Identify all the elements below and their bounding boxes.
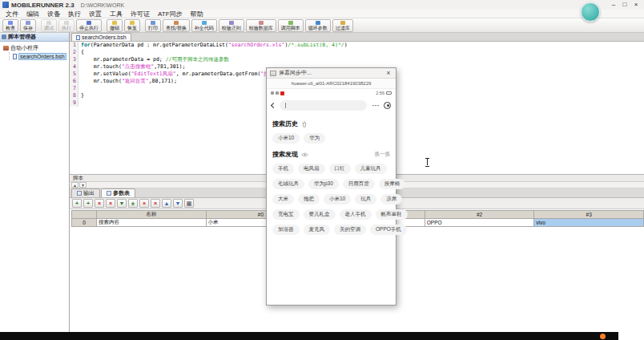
menu-item[interactable]: 工具 [106, 10, 127, 18]
toolbar-button[interactable]: 调用脚本 [278, 19, 304, 32]
code-segment: "searchOrders.xls" [228, 42, 284, 48]
table-tool-button[interactable]: + [83, 199, 93, 208]
script-tree: 自动小程序 searchOrders.bsh [0, 42, 69, 63]
discovery-chip[interactable]: 拖把 [298, 194, 320, 204]
discovery-chip[interactable]: 加湿器 [272, 225, 300, 235]
device-name: huawei-clt_al01-ARC0218419038229 [267, 79, 396, 89]
menu-item[interactable]: 设置 [85, 10, 106, 18]
discovery-chip[interactable]: 电风扇 [298, 164, 325, 174]
badge-icon [280, 91, 284, 95]
discovery-chip[interactable]: 华为p30 [308, 179, 339, 189]
discovery-chip[interactable]: OPPO手机 [370, 225, 407, 235]
discovery-chip[interactable]: 麦克风 [304, 225, 331, 235]
menu-item[interactable]: 许可证 [127, 10, 154, 18]
toolbar-button[interactable]: 停止执行 [76, 19, 102, 32]
discovery-chip[interactable]: 口红 [329, 164, 351, 174]
bottom-tab[interactable]: 输出 [71, 188, 100, 197]
toolbar-button[interactable]: 打印 [145, 19, 161, 32]
maximize-button[interactable]: □ [619, 1, 630, 9]
menu-item[interactable]: 执行 [64, 10, 85, 18]
toolbar-button[interactable]: 过滤库 [332, 19, 353, 32]
mirror-title: 屏幕同步中... [279, 69, 384, 77]
splitter-down-button[interactable]: ▾ [79, 182, 87, 188]
search-input[interactable] [280, 100, 367, 111]
refresh-link[interactable]: 换一换 [375, 151, 391, 158]
discovery-chip[interactable]: 毛绒玩具 [272, 179, 304, 189]
bottom-tab[interactable]: 参数表 [101, 188, 135, 197]
code-text: { [78, 49, 84, 56]
table-cell[interactable]: 搜索内容 [97, 219, 207, 227]
toolbar-button[interactable]: 补全代码 [191, 19, 217, 32]
target-icon[interactable] [384, 102, 391, 109]
toolbar-button[interactable]: 恢复 [124, 19, 140, 32]
discovery-chip[interactable]: 按摩椅 [379, 179, 406, 189]
table-tool-button[interactable]: ▼ [173, 199, 183, 208]
toolbar-button-label: 停止执行 [79, 26, 99, 30]
editor-tab-label: searchOrders.bsh [82, 34, 127, 40]
menu-item[interactable]: ATF同步 [154, 10, 187, 18]
editor-tab[interactable]: searchOrders.bsh [71, 33, 131, 41]
toolbar-button[interactable]: 撤销 [107, 19, 123, 32]
back-icon[interactable] [271, 102, 276, 107]
script-manager-icon [2, 34, 6, 39]
tree-root-item[interactable]: 自动小程序 [2, 44, 67, 52]
toolbar-button[interactable]: 检查 [2, 19, 18, 32]
close-button[interactable]: × [630, 1, 642, 9]
more-icon[interactable]: ··· [372, 102, 380, 109]
discovery-chip[interactable]: 凉席 [380, 194, 402, 204]
toolbar-button[interactable]: 执行 [58, 19, 74, 32]
code-segment: { [81, 49, 84, 55]
app-icon [2, 2, 9, 8]
code-segment: "EditText1风扇" [131, 71, 176, 77]
table-tool-button[interactable]: ▣ [184, 199, 194, 208]
table-tool-button[interactable]: ± [128, 199, 138, 208]
discovery-chip[interactable]: 婴儿礼盒 [304, 209, 336, 220]
table-tool-button[interactable]: × [139, 199, 149, 208]
table-tool-button[interactable]: × [95, 199, 104, 208]
discovery-chip[interactable]: 手机 [272, 164, 294, 174]
toolbar-button[interactable]: 循环参数 [305, 19, 331, 32]
menu-item[interactable]: 设备 [43, 10, 64, 18]
discovery-chip[interactable]: 大米 [272, 194, 294, 204]
discovery-chip[interactable]: 充电宝 [272, 209, 300, 220]
table-tool-button[interactable]: ▲ [162, 199, 171, 208]
toolbar-button[interactable]: 校验数据库 [246, 19, 276, 32]
mirror-close-button[interactable]: × [384, 69, 392, 78]
row-index-cell: 0 [72, 219, 97, 227]
discovery-chip[interactable]: 老人手机 [340, 209, 372, 220]
splitter-up-button[interactable]: ▴ [71, 182, 78, 188]
tab-icon [107, 191, 111, 196]
table-cell[interactable]: OPPO [425, 219, 534, 227]
toolbar-button[interactable]: 调试 [41, 19, 57, 32]
table-cell[interactable]: vivo [534, 219, 644, 227]
toolbar-button[interactable]: 校验正则 [219, 19, 244, 32]
table-tool-button[interactable]: × [106, 199, 115, 208]
table-tool-button[interactable]: + [72, 199, 82, 208]
minimize-button[interactable]: – [608, 1, 619, 9]
trash-icon[interactable] [301, 121, 308, 128]
menu-item[interactable]: 帮助 [187, 10, 207, 18]
discovery-chip[interactable]: 小米10 [324, 194, 351, 204]
history-chip[interactable]: 华为 [304, 133, 325, 144]
tray-app-icon[interactable] [600, 334, 606, 339]
table-tool-button[interactable]: × [151, 199, 160, 208]
discovery-chip[interactable]: 美的空调 [334, 225, 366, 235]
toolbar-button-label: 恢复 [127, 26, 137, 30]
discovery-chip[interactable]: 儿童玩具 [355, 164, 387, 174]
discovery-chip[interactable]: 日用百货 [343, 179, 375, 189]
menu-item[interactable]: 编辑 [22, 10, 43, 18]
floating-ball[interactable] [581, 2, 600, 22]
history-chip[interactable]: 小米10 [272, 133, 300, 144]
discovery-chip[interactable]: 玩具 [355, 194, 376, 204]
mirror-titlebar[interactable]: 屏幕同步中... × [267, 68, 396, 79]
toolbar-button[interactable]: 保存 [20, 19, 36, 32]
toolbar-button[interactable]: 查找/替换 [163, 19, 190, 32]
eye-icon[interactable] [301, 152, 308, 158]
search-discovery-chips: 手机电风扇口红儿童玩具毛绒玩具华为p30日用百货按摩椅大米拖把小米10玩具凉席充… [272, 164, 390, 235]
ibeam-cursor [425, 158, 429, 165]
tree-file-item[interactable]: searchOrders.bsh [9, 52, 67, 60]
menu-item[interactable]: 文件 [2, 10, 22, 18]
table-tool-button[interactable]: ▼ [117, 199, 127, 208]
code-segment: /*.subList(0, 4)*/ [288, 42, 344, 48]
discovery-chip[interactable]: 帆布单鞋 [376, 209, 408, 220]
